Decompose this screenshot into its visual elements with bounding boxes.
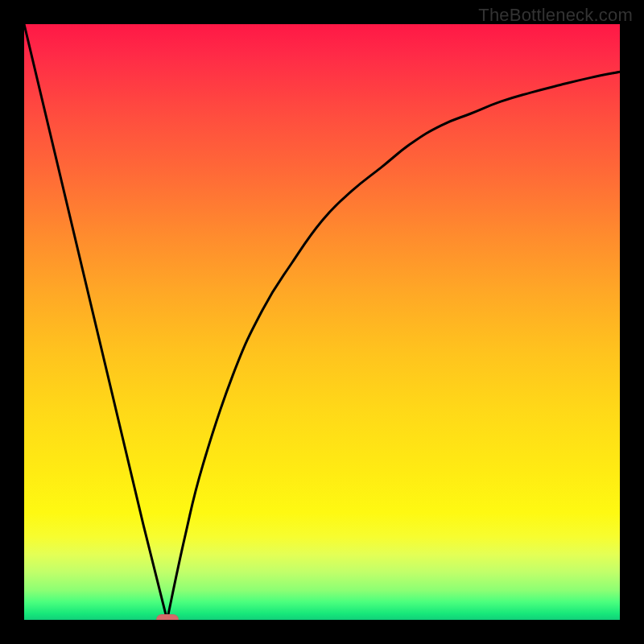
- bottleneck-curve: [24, 24, 620, 620]
- plot-area: [24, 24, 620, 620]
- watermark-text: TheBottleneck.com: [478, 5, 633, 26]
- optimal-point-marker: [156, 614, 179, 620]
- chart-frame: TheBottleneck.com: [0, 0, 644, 644]
- curve-path: [24, 24, 620, 620]
